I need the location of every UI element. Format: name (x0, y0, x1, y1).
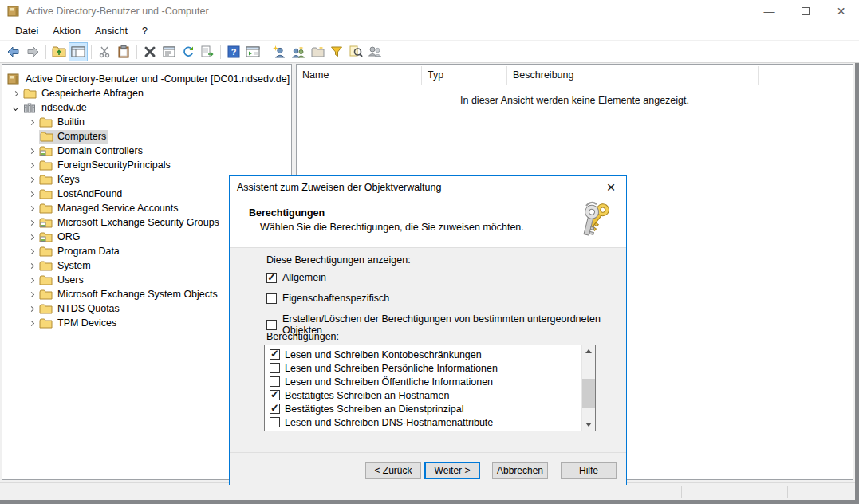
chevron-right-icon (28, 219, 33, 225)
scrollbar-thumb[interactable] (582, 379, 595, 408)
checkbox-label: Allgemein (282, 272, 326, 283)
close-button[interactable]: ✕ (823, 0, 859, 22)
chevron-right-icon (28, 191, 33, 196)
permission-label: Lesen und Schreiben DNS-Hostnamenattribu… (285, 417, 493, 428)
checkbox[interactable] (270, 376, 280, 387)
chevron-right-icon (28, 277, 33, 282)
help-button[interactable]: Hilfe (561, 462, 617, 479)
checkbox[interactable] (266, 273, 277, 283)
tree-item-root[interactable]: Active Directory-Benutzer und -Computer … (2, 72, 291, 86)
column-divider[interactable] (506, 66, 507, 85)
folder-icon (39, 274, 53, 286)
tree-item-label: Microsoft Exchange System Objects (57, 289, 218, 300)
filter-checkbox-eigenschaftenspezifisch[interactable]: Eigenschaftenspezifisch (266, 293, 389, 304)
tree-item-label: Users (57, 274, 84, 285)
folder-icon (39, 260, 53, 272)
permission-row[interactable]: Lesen und Schreiben DNS-Hostnamenattribu… (270, 415, 595, 429)
back-button[interactable]: < Zurück (365, 462, 421, 479)
scrollbar[interactable] (581, 345, 595, 431)
column-divider[interactable] (421, 66, 422, 85)
chevron-right-icon (28, 291, 33, 297)
menu-help[interactable]: ? (135, 24, 155, 38)
menu-aktion[interactable]: Aktion (45, 24, 88, 38)
properties-icon[interactable] (160, 42, 179, 61)
minimize-button[interactable]: — (751, 0, 787, 22)
tree-item-gespeicherte-abfragen[interactable]: Gespeicherte Abfragen (2, 86, 291, 100)
checkbox[interactable] (266, 293, 277, 304)
new-user-icon[interactable] (270, 42, 289, 61)
paste-icon[interactable] (114, 42, 133, 61)
checkbox[interactable] (270, 363, 280, 373)
back-icon[interactable] (4, 42, 23, 61)
console-icon (7, 73, 21, 85)
chevron-right-icon (28, 176, 33, 182)
refresh-icon[interactable] (179, 42, 198, 61)
permission-label: Lesen und Schreiben Öffentliche Informat… (285, 376, 493, 388)
permission-row[interactable]: Lesen und Schreiben Persönliche Informat… (270, 361, 595, 375)
cancel-button[interactable]: Abbrechen (492, 462, 548, 479)
checkbox[interactable] (270, 417, 280, 427)
filter-checkbox-allgemein[interactable]: Allgemein (266, 272, 326, 283)
delete-icon[interactable] (140, 42, 160, 61)
dialog-body: Diese Berechtigungen anzeigen: Allgemein… (230, 248, 626, 452)
find-icon[interactable] (346, 42, 365, 61)
console-window-icon[interactable] (243, 42, 262, 61)
chevron-right-icon (28, 320, 33, 325)
export-list-icon[interactable] (198, 42, 217, 61)
show-console-tree-icon[interactable] (69, 42, 88, 61)
chevron-right-icon (12, 90, 18, 96)
permission-row[interactable]: Lesen und Schreiben Öffentliche Informat… (270, 375, 595, 388)
tree-item-label: ORG (57, 231, 80, 242)
maximize-icon (802, 7, 810, 15)
column-header-beschreibung[interactable]: Beschreibung (513, 69, 573, 81)
permission-row[interactable]: Bestätigtes Schreiben an Dienstprinzipal (270, 402, 595, 415)
permission-label: Lesen und Schreiben Persönliche Informat… (285, 363, 498, 374)
column-header-row: Name Typ Beschreibung (297, 65, 853, 87)
tree-item-builtin[interactable]: Builtin (2, 115, 291, 129)
help-icon[interactable]: ? (224, 42, 243, 61)
forward-icon[interactable] (23, 42, 42, 61)
checkbox[interactable] (270, 431, 280, 431)
tree-item-ndsedv-de[interactable]: ndsedv.de (2, 100, 291, 115)
toolbar-separator (45, 45, 46, 59)
permission-label: Bestätigtes Schreiben an Dienstprinzipal (285, 404, 463, 415)
checkbox[interactable] (270, 349, 280, 360)
maximize-button[interactable] (787, 0, 823, 22)
checkbox-label: Eigenschaftenspezifisch (282, 293, 389, 304)
up-one-level-icon[interactable] (49, 42, 69, 61)
cut-icon[interactable] (95, 42, 114, 61)
delegate-control-icon[interactable] (365, 42, 384, 61)
column-header-name[interactable]: Name (302, 69, 329, 81)
chevron-right-icon (28, 234, 33, 239)
checkbox[interactable] (270, 390, 280, 400)
menu-datei[interactable]: Datei (8, 24, 45, 38)
domain-icon (23, 102, 37, 114)
tree-item-foreignsecurityprincipals[interactable]: ForeignSecurityPrincipals (2, 158, 291, 172)
tree-item-computers[interactable]: Computers (2, 129, 291, 144)
scroll-down-icon[interactable] (582, 419, 595, 431)
new-organizational-unit-icon[interactable] (308, 42, 327, 61)
tree-item-label: TPM Devices (57, 317, 116, 329)
checkbox[interactable] (266, 320, 277, 330)
window-title: Active Directory-Benutzer und -Computer (26, 6, 209, 17)
filter-icon[interactable] (327, 42, 346, 61)
new-group-icon[interactable] (289, 42, 308, 61)
tree-item-domain-controllers[interactable]: Domain Controllers (2, 144, 291, 158)
permissions-listbox[interactable]: Lesen und Schreiben Kontobeschränkungen … (264, 345, 596, 431)
tree-item-label: LostAndFound (57, 188, 122, 199)
permission-row-partial[interactable] (270, 429, 595, 431)
column-header-typ[interactable]: Typ (428, 69, 443, 81)
checkbox[interactable] (270, 404, 280, 414)
dialog-subheading: Wählen Sie die Berechtigungen, die Sie z… (260, 222, 524, 233)
column-divider[interactable] (758, 66, 759, 85)
permission-row[interactable]: Lesen und Schreiben Kontobeschränkungen (270, 348, 595, 361)
window-edge-right (855, 63, 859, 500)
selected-tree-item[interactable]: Computers (39, 130, 108, 144)
menu-ansicht[interactable]: Ansicht (88, 24, 135, 38)
scroll-up-icon[interactable] (582, 345, 595, 357)
next-button[interactable]: Weiter > (424, 462, 480, 479)
dialog-title: Assistent zum Zuweisen der Objektverwalt… (230, 176, 626, 199)
permission-row[interactable]: Bestätigtes Schreiben an Hostnamen (270, 388, 595, 402)
dialog-close-icon[interactable]: × (599, 176, 623, 199)
tree-item-label: Program Data (57, 246, 120, 257)
